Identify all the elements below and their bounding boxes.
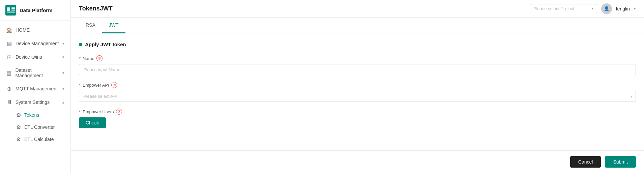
tokens-icon: ⚙ — [16, 112, 22, 118]
footer-actions: Cancel Submit — [71, 150, 644, 173]
sidebar: Data Platform 🏠 HOME ▤ Device Management… — [0, 0, 71, 173]
etl-calculate-icon: ⚙ — [16, 136, 22, 142]
step-badge-1: ① — [96, 55, 103, 61]
sidebar-item-etl-calculate-label: ETL Calculate — [24, 137, 54, 142]
check-button[interactable]: Check — [79, 117, 106, 128]
required-star-3: * — [79, 109, 81, 114]
chevron-up-icon: ▴ — [62, 100, 64, 105]
project-select[interactable]: Please select Project ▾ — [530, 4, 597, 13]
step-badge-3: ③ — [116, 109, 122, 115]
user-chevron-icon: ▾ — [634, 6, 636, 11]
required-star-2: * — [79, 83, 81, 88]
svg-rect-4 — [7, 11, 15, 13]
app-title: Data Platform — [20, 7, 53, 13]
tab-rsa[interactable]: RSA — [79, 18, 102, 33]
page-title: TokensJWT — [79, 5, 113, 12]
home-icon: 🏠 — [6, 27, 12, 33]
empower-api-label: * Empower API ② — [79, 82, 636, 88]
device-twins-icon: ⊡ — [6, 54, 12, 60]
svg-rect-2 — [11, 7, 15, 9]
cancel-button[interactable]: Cancel — [570, 156, 601, 168]
project-select-text: Please select Project — [533, 6, 574, 11]
sidebar-item-etl-calculate[interactable]: ⚙ ETL Calculate — [0, 133, 70, 145]
status-dot — [79, 43, 82, 46]
section-header: Apply JWT token — [79, 41, 636, 47]
sidebar-item-home[interactable]: 🏠 HOME — [0, 23, 70, 37]
chevron-down-icon: ▾ — [62, 41, 64, 46]
header: TokensJWT Please select Project ▾ 👤 feng… — [71, 0, 644, 18]
step-badge-2: ② — [111, 82, 117, 88]
device-management-icon: ▤ — [6, 40, 12, 47]
name-label: * Name ① — [79, 55, 636, 61]
sidebar-item-dataset-label: Dataset Management — [15, 67, 59, 78]
sidebar-item-system-settings[interactable]: 🖥 System Settings ▴ — [0, 95, 70, 109]
sidebar-item-tokens-label: Tokens — [24, 112, 39, 118]
chevron-down-icon: ▾ — [62, 71, 64, 75]
sidebar-item-home-label: HOME — [16, 27, 30, 33]
system-settings-icon: 🖥 — [6, 99, 12, 105]
sidebar-item-mqtt-label: MQTT Management — [16, 86, 58, 91]
user-name: fenglin — [616, 6, 630, 11]
dataset-icon: ▤ — [6, 70, 12, 76]
svg-rect-1 — [7, 7, 10, 11]
sidebar-item-device-management[interactable]: ▤ Device Management ▾ — [0, 37, 70, 50]
sidebar-logo: Data Platform — [0, 0, 70, 21]
svg-rect-3 — [11, 9, 15, 11]
empower-api-select[interactable]: Please select API — [79, 91, 636, 102]
tab-jwt[interactable]: JWT — [102, 18, 125, 33]
name-input[interactable] — [79, 64, 636, 75]
section-title: Apply JWT token — [85, 41, 126, 47]
project-chevron-icon: ▾ — [591, 6, 593, 11]
avatar: 👤 — [601, 3, 612, 14]
required-star: * — [79, 56, 81, 61]
header-right: Please select Project ▾ 👤 fenglin ▾ — [530, 3, 636, 14]
name-field-group: * Name ① — [79, 55, 636, 75]
sidebar-item-etl-converter[interactable]: ⚙ ETL Converter — [0, 121, 70, 133]
sidebar-nav: 🏠 HOME ▤ Device Management ▾ ⊡ Device tw… — [0, 21, 70, 173]
sidebar-item-mqtt-management[interactable]: ⊕ MQTT Management ▾ — [0, 82, 70, 95]
sidebar-item-dataset-management[interactable]: ▤ Dataset Management ▾ — [0, 64, 70, 82]
logo-icon — [5, 5, 16, 16]
form-area: Apply JWT token * Name ① * Empower API ② — [71, 33, 644, 143]
empower-users-field-group: * Empower Users ③ Check — [79, 109, 636, 128]
tabs: RSA JWT — [71, 18, 644, 33]
mqtt-icon: ⊕ — [6, 86, 12, 92]
content-area: RSA JWT Apply JWT token * Name ① — [71, 18, 644, 150]
empower-api-field-group: * Empower API ② Please select API ▾ — [79, 82, 636, 102]
sidebar-item-device-management-label: Device Management — [16, 41, 59, 46]
chevron-down-icon: ▾ — [62, 55, 64, 59]
empower-api-select-wrapper: Please select API ▾ — [79, 91, 636, 102]
chevron-down-icon: ▾ — [62, 87, 64, 91]
empower-users-label: * Empower Users ③ — [79, 109, 636, 115]
sidebar-item-etl-converter-label: ETL Converter — [24, 124, 55, 130]
sidebar-item-system-settings-label: System Settings — [16, 99, 50, 105]
sidebar-item-device-twins[interactable]: ⊡ Device twins ▾ — [0, 50, 70, 64]
etl-converter-icon: ⚙ — [16, 124, 22, 130]
sidebar-item-tokens[interactable]: ⚙ Tokens — [0, 109, 70, 121]
sidebar-item-device-twins-label: Device twins — [16, 54, 42, 60]
submit-button[interactable]: Submit — [605, 156, 636, 168]
main-content: TokensJWT Please select Project ▾ 👤 feng… — [71, 0, 644, 173]
